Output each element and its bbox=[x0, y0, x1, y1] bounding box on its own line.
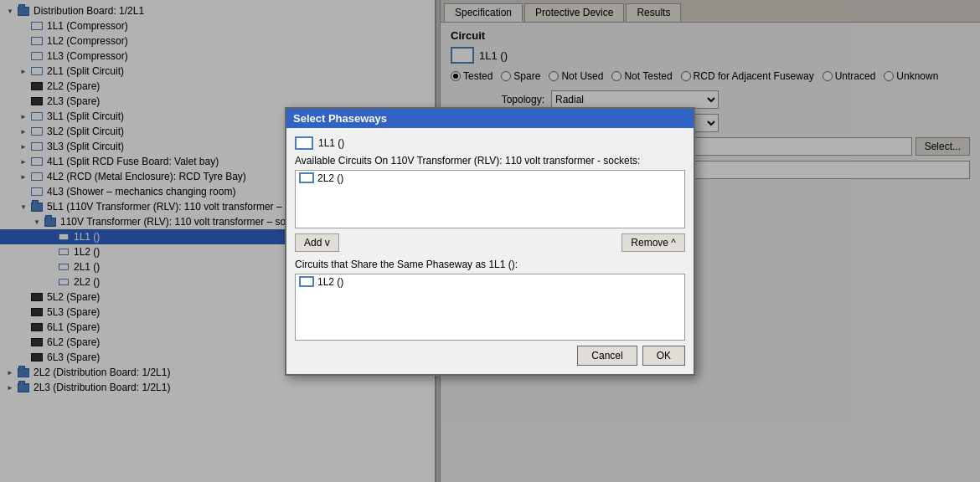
modal-body: 1L1 () Available Circuits On 110V Transf… bbox=[286, 128, 694, 374]
modal-shares-label: Circuits that Share the Same Phaseway as… bbox=[295, 259, 685, 270]
modal-available-listbox[interactable]: 2L2 () bbox=[295, 170, 685, 228]
modal-circuit-icon bbox=[295, 136, 313, 150]
list-item[interactable]: 2L2 () bbox=[296, 171, 684, 186]
modal-circuit-row: 1L1 () bbox=[295, 136, 685, 150]
select-phaseways-dialog: Select Phaseways 1L1 () Available Circui… bbox=[285, 107, 695, 376]
modal-footer: Cancel OK bbox=[295, 341, 685, 366]
shares-item-label: 1L2 () bbox=[317, 276, 343, 288]
modal-title-bar: Select Phaseways bbox=[286, 109, 694, 128]
available-item-label: 2L2 () bbox=[317, 172, 343, 184]
remove-button[interactable]: Remove ^ bbox=[622, 233, 685, 252]
modal-circuit-name: 1L1 () bbox=[318, 137, 344, 149]
cancel-button[interactable]: Cancel bbox=[577, 346, 637, 366]
modal-title: Select Phaseways bbox=[293, 112, 387, 125]
list-item[interactable]: 1L2 () bbox=[296, 274, 684, 290]
add-button[interactable]: Add v bbox=[295, 233, 339, 252]
shares-item-icon bbox=[299, 276, 314, 287]
modal-add-remove-row: Add v Remove ^ bbox=[295, 233, 685, 252]
modal-available-label: Available Circuits On 110V Transformer (… bbox=[295, 155, 685, 167]
modal-shares-listbox[interactable]: 1L2 () bbox=[295, 274, 685, 341]
available-item-icon bbox=[299, 172, 314, 183]
ok-button[interactable]: OK bbox=[642, 346, 685, 366]
modal-overlay: Select Phaseways 1L1 () Available Circui… bbox=[0, 0, 980, 482]
